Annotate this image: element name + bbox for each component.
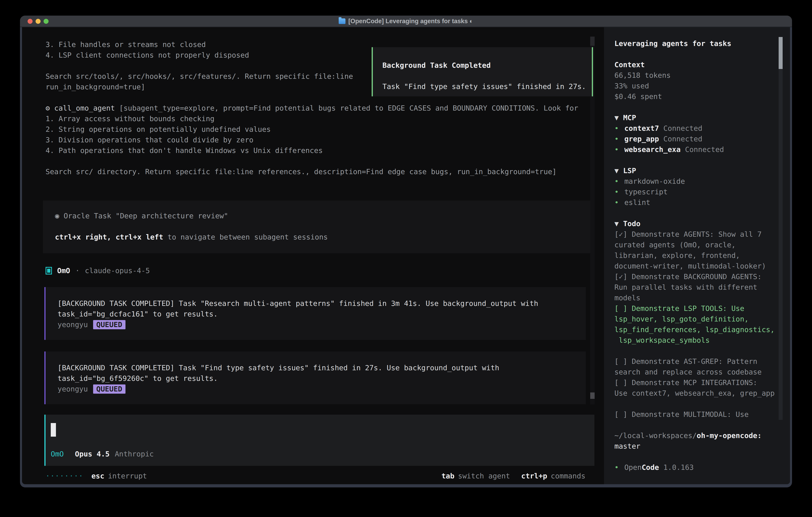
oracle-task-title: Oracle Task "Deep architecture review" (63, 212, 228, 220)
statusbar: ········ esc interrupt tab switch agent … (46, 471, 585, 481)
tool-call-tail: Search src/ directory. Return specific f… (46, 166, 578, 177)
task-line1: [BACKGROUND TASK COMPLETED] Task "Resear… (58, 298, 580, 309)
separator: · (75, 265, 80, 276)
toast-body: Task "Find type safety issues" finished … (382, 81, 592, 92)
prompt-provider: Anthropic (115, 448, 154, 459)
todo-heading: Todo (623, 219, 641, 228)
mcp-item-status: Connected (663, 135, 702, 143)
bullet-icon: • (614, 198, 619, 207)
bullet-icon: • (614, 177, 619, 185)
mcp-item: •grep_appConnected (614, 134, 778, 144)
tab-key-hint: tab (441, 471, 454, 481)
lsp-section-header[interactable]: ▼LSP (614, 165, 778, 176)
shortcut-keys: ctrl+x right, ctrl+x left (55, 233, 163, 241)
task-user: yeongyu (58, 384, 88, 394)
commands-key-hint: ctrl+p (521, 471, 547, 481)
app-version: •OpenCode1.0.163 (614, 462, 778, 472)
minimize-button[interactable] (35, 19, 40, 24)
todo-item: [ ] Demonstrate AST-GREP: Pattern search… (614, 356, 778, 377)
prompt-model: Opus 4.5 (75, 448, 110, 459)
transcript-blank-line (46, 156, 578, 166)
workspace-path: ~/local-workspaces/oh-my-opencode: maste… (614, 430, 778, 452)
todo-section-header[interactable]: ▼Todo (614, 218, 778, 229)
mcp-item-name: grep_app (625, 135, 659, 143)
titlebar: [OpenCode] Leveraging agents for tasks ◐ (20, 16, 792, 27)
todo-item: [✓] Demonstrate AGENTS: Show all 7 curat… (614, 229, 778, 271)
app-window: [OpenCode] Leveraging agents for tasks ◐… (20, 16, 792, 487)
task-line1: [BACKGROUND TASK COMPLETED] Task "Find t… (58, 362, 580, 373)
esc-key-hint: esc (91, 471, 104, 481)
chevron-down-icon: ▼ (614, 113, 619, 122)
window-content: 3. File handles or streams not closed 4.… (22, 27, 790, 484)
task-user: yeongyu (58, 319, 88, 330)
lsp-item: •markdown-oxide (614, 176, 778, 187)
zoom-button[interactable] (44, 19, 49, 24)
status-badge: QUEUED (93, 384, 125, 393)
tool-call-list-item: 4. Path operations that don't handle Win… (46, 145, 578, 156)
folder-icon (339, 19, 345, 24)
bullet-icon: • (614, 135, 619, 143)
shortcut-hint: to navigate between subagent sessions (168, 233, 328, 241)
tool-call-list-item: 2. String operations on potentially unde… (46, 124, 578, 135)
tool-call-name: call_omo_agent (54, 104, 115, 112)
bullet-icon: • (614, 145, 619, 154)
window-title-text: [OpenCode] Leveraging agents for tasks ◐ (348, 18, 473, 25)
agent-model: claude-opus-4-5 (85, 265, 150, 276)
task-line2: task_id="bg_dcfac161" to get results. (58, 309, 580, 319)
context-tokens: 66,518 tokens (614, 70, 778, 81)
agent-name: OmO (57, 265, 70, 276)
todo-item: [ ] Demonstrate MULTIMODAL: Use (614, 409, 778, 419)
record-icon: ◉ (55, 212, 59, 220)
terminal-pane: 3. File handles or streams not closed 4.… (22, 27, 604, 484)
oracle-blank-line (55, 221, 593, 232)
oracle-task-card[interactable]: ◉ Oracle Task "Deep architecture review"… (43, 200, 593, 253)
task-line2: task_id="bg_6f59260c" to get results. (58, 373, 580, 384)
context-used: 33% used (614, 81, 778, 91)
lsp-item: •typescript (614, 187, 778, 197)
status-badge: QUEUED (93, 320, 125, 329)
lsp-item-name: markdown-oxide (625, 177, 685, 185)
esc-key-label: interrupt (108, 471, 147, 481)
main-scrollbar-segment[interactable] (590, 36, 594, 46)
toast-title: Background Task Completed (382, 60, 592, 71)
prompt-agent: OmO (51, 448, 64, 459)
main-scrollbar-thumb[interactable] (590, 392, 594, 399)
mcp-section-header[interactable]: ▼MCP (614, 112, 778, 123)
mcp-heading: MCP (623, 113, 636, 122)
sidebar-scrollbar-track[interactable] (779, 37, 783, 420)
tool-call-list-item: 1. Array access without bounds checking (46, 113, 578, 124)
text-cursor (51, 423, 56, 437)
gear-icon: ⚙ (46, 104, 50, 112)
tab-key-label: switch agent (458, 471, 510, 481)
lsp-item-name: eslint (625, 198, 650, 207)
app-version-number: 1.0.163 (663, 463, 694, 471)
lsp-item: •eslint (614, 197, 778, 208)
mcp-item-name: context7 (625, 124, 659, 132)
app-name-prefix: Open (625, 463, 642, 471)
session-title: Leveraging agents for tasks (614, 38, 778, 49)
window-title: [OpenCode] Leveraging agents for tasks ◐ (339, 18, 473, 25)
mcp-item: •context7Connected (614, 123, 778, 134)
app-name-suffix: Code (642, 463, 659, 471)
mcp-item-name: websearch_exa (625, 145, 681, 154)
mcp-item-status: Connected (685, 145, 724, 154)
agent-header: OmO · claude-opus-4-5 (46, 265, 150, 276)
background-task-message: [BACKGROUND TASK COMPLETED] Task "Find t… (45, 351, 586, 404)
workspace-branch: master (614, 441, 778, 452)
prompt-input[interactable]: OmO Opus 4.5 Anthropic (45, 415, 594, 466)
workspace-path-prefix: ~/local-workspaces/ (614, 431, 697, 440)
context-spent: $0.46 spent (614, 91, 778, 102)
bullet-icon: • (614, 188, 619, 196)
close-button[interactable] (28, 19, 33, 24)
bullet-icon: • (614, 463, 619, 471)
chevron-down-icon: ▼ (614, 166, 619, 175)
sidebar-scrollbar-thumb[interactable] (779, 37, 783, 69)
session-sidebar: Leveraging agents for tasks Context 66,5… (604, 27, 790, 484)
bullet-icon: • (614, 124, 619, 132)
background-task-message: [BACKGROUND TASK COMPLETED] Task "Resear… (45, 287, 586, 340)
todo-item: [✓] Demonstrate BACKGROUND AGENTS: Run p… (614, 271, 778, 303)
spinner-dots: ········ (46, 471, 83, 481)
tool-call-list-item: 3. Division operations that could divide… (46, 135, 578, 145)
lsp-item-name: typescript (625, 188, 668, 196)
tool-call-args: [subagent_type=explore, prompt=Find pote… (119, 104, 578, 112)
